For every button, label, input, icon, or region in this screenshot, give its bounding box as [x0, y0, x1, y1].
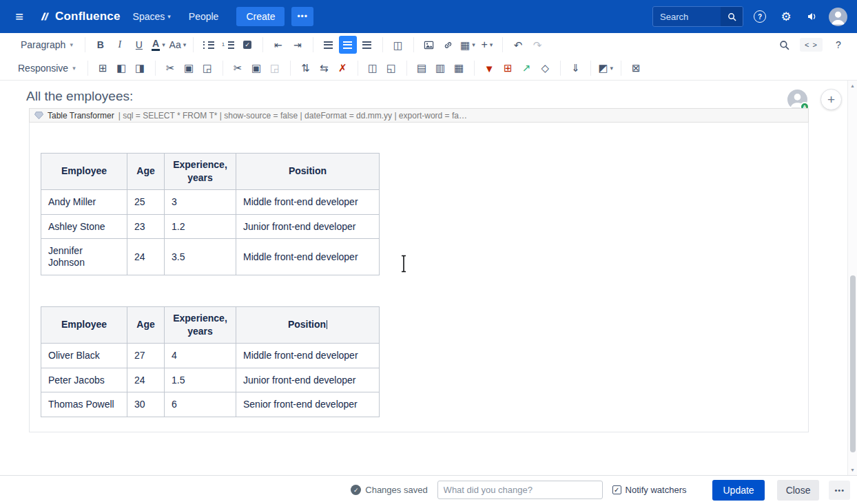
cut-table-icon[interactable]: ✂	[162, 60, 179, 77]
editor-help-button[interactable]: ?	[829, 36, 847, 54]
cut-row-icon[interactable]: ✂	[229, 60, 247, 77]
table-wrap-left-icon[interactable]: ◧	[113, 60, 130, 77]
scrollbar-thumb[interactable]	[850, 275, 856, 452]
chart-from-table-icon[interactable]: ↗	[518, 60, 535, 77]
footer-more-button[interactable]: •••	[829, 481, 850, 500]
table-cell[interactable]: 4	[165, 343, 236, 368]
table-cell[interactable]: Andy Miller	[41, 189, 127, 214]
bold-button[interactable]: B	[92, 36, 110, 54]
table-cell[interactable]: Junior front-end developer	[236, 368, 380, 392]
insert-element-button[interactable]: +	[820, 89, 842, 110]
insert-row-icon[interactable]: ⇅	[297, 60, 314, 77]
numbered-list-button[interactable]: 1	[219, 36, 237, 54]
insert-link-button[interactable]	[440, 36, 457, 54]
page-heading[interactable]: All the employees:	[26, 89, 133, 104]
table-transformer-icon[interactable]: ◇	[537, 60, 554, 77]
insert-table-button[interactable]: ▦ ▾	[459, 36, 477, 54]
nav-people[interactable]: People	[183, 7, 225, 26]
bullet-list-button[interactable]	[200, 36, 218, 54]
table-cell[interactable]: 1.5	[165, 368, 236, 392]
toggle-header-row-icon[interactable]: ▤	[413, 60, 431, 77]
table-cell[interactable]: 23	[127, 214, 165, 239]
paste-row-icon[interactable]: ◲	[267, 60, 284, 77]
paste-table-icon[interactable]: ◲	[199, 60, 216, 77]
table-cell[interactable]: Oliver Black	[41, 343, 127, 368]
scroll-down-arrow-icon[interactable]: ▼	[848, 468, 857, 472]
copy-row-icon[interactable]: ▣	[248, 60, 265, 77]
table-cell[interactable]: Thomas Powell	[41, 392, 127, 417]
column-header[interactable]: Experience, years	[165, 306, 236, 343]
notify-watchers-checkbox[interactable]: ✓	[612, 485, 621, 494]
italic-button[interactable]: I	[111, 36, 129, 54]
table-cell[interactable]: Jennifer Johnson	[41, 239, 127, 275]
table-cell[interactable]: Junior front-end developer	[236, 214, 380, 239]
nav-spaces[interactable]: Spaces ▾	[127, 7, 176, 26]
column-header[interactable]: Position	[236, 154, 380, 190]
table-cell[interactable]: Middle front-end developer	[236, 343, 380, 368]
insert-image-button[interactable]	[420, 36, 438, 54]
column-header[interactable]: Employee	[41, 154, 127, 190]
indent-button[interactable]: ⇥	[289, 36, 307, 54]
insert-column-icon[interactable]: ⇆	[316, 60, 333, 77]
table-cell[interactable]: 24	[127, 239, 165, 275]
table-cell[interactable]: Middle front-end developer	[236, 189, 380, 214]
update-button[interactable]: Update	[712, 480, 764, 501]
help-button[interactable]: ?	[750, 7, 770, 26]
column-header[interactable]: Experience, years	[165, 154, 236, 190]
column-header[interactable]: Employee	[41, 306, 127, 343]
create-button[interactable]: Create	[236, 7, 285, 26]
table-cell[interactable]: 27	[127, 343, 165, 368]
text-color-button[interactable]: A ▾	[149, 36, 167, 54]
table-cell[interactable]: 24	[127, 368, 165, 392]
employee-table-2[interactable]: Employee Age Experience, years Position …	[41, 306, 380, 417]
user-avatar[interactable]	[829, 8, 847, 26]
paragraph-style-dropdown[interactable]: Paragraph ▾	[15, 36, 79, 53]
settings-button[interactable]: ⚙	[776, 7, 796, 26]
toggle-header-column-icon[interactable]: ▥	[432, 60, 449, 77]
merge-cells-icon[interactable]: ◫	[364, 60, 382, 77]
table-cell[interactable]: 30	[127, 392, 165, 417]
version-comment-input[interactable]	[437, 481, 603, 499]
undo-button[interactable]: ↶	[509, 36, 527, 54]
align-center-button[interactable]	[339, 36, 357, 54]
table-cell[interactable]: 6	[165, 392, 236, 417]
cell-background-icon[interactable]: ◩▾	[597, 60, 615, 77]
table-wrap-right-icon[interactable]: ◨	[132, 60, 149, 77]
redo-button[interactable]: ↷	[528, 36, 546, 54]
confluence-logo[interactable]: Confluence	[39, 10, 121, 23]
find-replace-button[interactable]	[775, 36, 793, 54]
clear-table-formatting-icon[interactable]: ⊠	[628, 60, 645, 77]
export-table-icon[interactable]: ⇓	[567, 60, 584, 77]
pivot-table-icon[interactable]: ⊞	[499, 60, 517, 77]
search-button[interactable]	[721, 6, 743, 27]
search-input[interactable]	[653, 12, 721, 22]
more-formatting-button[interactable]: Aa ▾	[169, 36, 187, 54]
employee-table-1[interactable]: Employee Age Experience, years Position …	[41, 153, 380, 275]
vertical-scrollbar[interactable]: ▲ ▼	[847, 81, 857, 475]
macro-header-bar[interactable]: Table Transformer | sql = SELECT * FROM …	[29, 108, 809, 123]
column-header[interactable]: Age	[127, 306, 165, 343]
insert-more-button[interactable]: + ▾	[478, 36, 496, 54]
scroll-up-arrow-icon[interactable]: ▲	[848, 83, 857, 88]
outdent-button[interactable]: ⇤	[269, 36, 287, 54]
table-cell[interactable]: 3.5	[165, 239, 236, 275]
responsive-mode-dropdown[interactable]: Responsive ▾	[12, 60, 81, 76]
align-left-button[interactable]	[320, 36, 338, 54]
table-cell[interactable]: Middle front-end developer	[236, 239, 380, 275]
task-list-button[interactable]: ✓	[238, 36, 256, 54]
page-layout-button[interactable]: ◫	[389, 36, 407, 54]
align-right-button[interactable]	[358, 36, 376, 54]
underline-button[interactable]: U	[130, 36, 148, 54]
close-button[interactable]: Close	[777, 480, 820, 501]
table-cell[interactable]: Ashley Stone	[41, 214, 127, 239]
split-cells-icon[interactable]: ◱	[383, 60, 400, 77]
pin-table-icon[interactable]: ⊞	[94, 60, 112, 77]
filter-table-icon[interactable]: ▼	[481, 60, 498, 77]
announcements-button[interactable]	[803, 7, 822, 26]
insert-markup-button[interactable]: < >	[800, 38, 823, 52]
notify-watchers-option[interactable]: ✓ Notify watchers	[612, 485, 687, 495]
column-header[interactable]: Age	[127, 154, 165, 190]
table-cell[interactable]: 3	[165, 189, 236, 214]
table-cell[interactable]: 1.2	[165, 214, 236, 239]
copy-table-icon[interactable]: ▣	[180, 60, 198, 77]
